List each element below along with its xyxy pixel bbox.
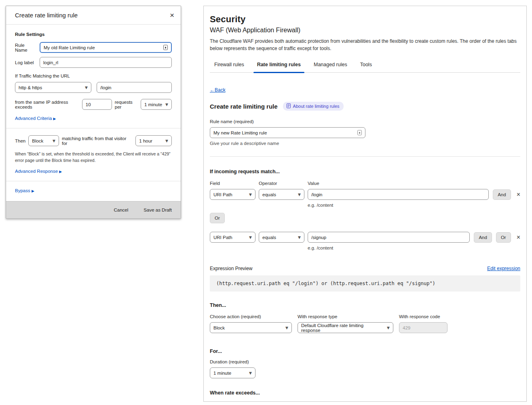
back-link[interactable]: ←Back <box>210 87 226 93</box>
field-select[interactable]: URI Path ▼ <box>210 189 255 200</box>
period-select[interactable]: 1 minute ▼ <box>141 99 172 110</box>
response-type-select[interactable]: Default Cloudflare rate limiting respons… <box>298 322 393 333</box>
cancel-button[interactable]: Cancel <box>114 208 129 212</box>
rule-name-input[interactable] <box>213 130 355 135</box>
action-row: Block ▼ Default Cloudflare rate limiting… <box>210 322 520 333</box>
rule-name-label: Rule Name <box>15 43 36 52</box>
chevron-right-icon: ▶ <box>53 117 56 121</box>
rule-name-row: Rule Name <box>15 42 172 53</box>
and-button[interactable]: And <box>493 189 511 200</box>
chevron-down-icon: ▼ <box>165 103 168 107</box>
chevron-down-icon: ▼ <box>285 326 288 330</box>
advanced-criteria-link[interactable]: Advanced Criteria ▶ <box>15 116 172 121</box>
or-row: Or <box>210 213 520 223</box>
then-prefix: Then <box>15 138 25 143</box>
divider <box>6 128 181 128</box>
field-select[interactable]: URI Path ▼ <box>210 232 255 243</box>
value-input-box <box>308 189 489 200</box>
action-select[interactable]: Block ▼ <box>28 135 59 146</box>
modal-title: Create rate limiting rule <box>15 12 78 19</box>
operator-select[interactable]: equals ▼ <box>259 189 304 200</box>
back-row: ←Back <box>210 86 520 93</box>
chevron-down-icon: ▼ <box>298 235 301 239</box>
field-label: Field <box>210 181 255 186</box>
advanced-response-link[interactable]: Advanced Response ▶ <box>15 169 172 174</box>
log-label-row: Log label <box>15 57 172 68</box>
action-labels: Choose action (required) With response t… <box>210 314 520 319</box>
modal-body: Rule Settings Rule Name Log label If Tra… <box>6 25 181 193</box>
create-rate-limiting-rule-modal: Create rate limiting rule × Rule Setting… <box>6 6 181 219</box>
requests-label: Requests (required) <box>210 401 251 402</box>
divider <box>6 181 181 181</box>
url-input[interactable] <box>100 85 168 90</box>
value-input[interactable] <box>311 235 466 240</box>
waf-tabs: Firewall rules Rate limiting rules Manag… <box>210 59 520 73</box>
log-label-input[interactable] <box>43 60 168 65</box>
rule-name-label: Rule name (required) <box>210 119 520 124</box>
block-note: When “Block” is set, when the threshold … <box>15 151 172 164</box>
security-waf-panel: Security WAF (Web Application Firewall) … <box>203 6 527 402</box>
or-button[interactable]: Or <box>496 232 511 243</box>
modal-header: Create rate limiting rule × <box>6 6 181 25</box>
response-code-label: With response code <box>399 314 440 319</box>
url-match-row: http & https ▼ <box>15 82 172 93</box>
value-hint: e.g. /content <box>308 246 520 250</box>
requests-input[interactable] <box>86 102 108 107</box>
then-row: Then Block ▼ matching traffic from that … <box>15 135 172 146</box>
rule-name-input-box <box>40 42 172 53</box>
remove-condition-icon[interactable]: × <box>517 234 520 241</box>
value-input[interactable] <box>311 192 485 197</box>
edit-expression-link[interactable]: Edit expression <box>487 266 520 271</box>
scheme-select[interactable]: http & https ▼ <box>15 82 91 93</box>
rate-section-title: When rate exceeds... <box>210 390 520 396</box>
save-as-draft-button[interactable]: Save as Draft <box>144 208 172 212</box>
operator-label: Operator <box>259 181 304 186</box>
form-title: Create rate limiting rule <box>210 103 278 110</box>
threshold-prefix: from the same IP address exceeds <box>15 100 79 109</box>
response-code-input <box>403 325 444 330</box>
log-label-label: Log label <box>15 60 36 65</box>
log-label-input-box <box>40 57 172 68</box>
form-title-row: Create rate limiting rule About rate lim… <box>210 102 520 111</box>
value-hint: e.g. /content <box>308 203 520 208</box>
response-type-label: With response type <box>298 314 393 319</box>
condition-row: URI Path ▼ equals ▼ And × <box>210 189 520 200</box>
choose-action-select[interactable]: Block ▼ <box>210 322 292 333</box>
tab-tools[interactable]: Tools <box>360 59 372 72</box>
threshold-middle: requests per <box>115 100 138 109</box>
rate-labels: Requests (required) Period (required) <box>210 401 520 402</box>
match-section-title: If incoming requests match... <box>210 169 520 174</box>
tab-firewall-rules[interactable]: Firewall rules <box>214 59 245 72</box>
chevron-down-icon: ▼ <box>387 326 390 330</box>
chevron-right-icon: ▶ <box>32 189 34 193</box>
bypass-link[interactable]: Bypass ▶ <box>15 188 172 193</box>
close-icon[interactable]: × <box>170 11 174 19</box>
autofill-icon[interactable] <box>357 130 362 135</box>
or-button[interactable]: Or <box>210 213 225 223</box>
duration-select[interactable]: 1 minute ▼ <box>210 367 255 378</box>
condition-row: URI Path ▼ equals ▼ And Or × <box>210 232 520 243</box>
requests-input-box <box>82 99 112 110</box>
rule-name-input[interactable] <box>44 45 161 50</box>
tab-rate-limiting-rules[interactable]: Rate limiting rules <box>257 59 301 72</box>
chevron-down-icon: ▼ <box>53 139 55 143</box>
and-button[interactable]: And <box>474 232 492 243</box>
chevron-down-icon: ▼ <box>85 86 88 90</box>
chevron-down-icon: ▼ <box>249 235 252 239</box>
about-rate-limiting-badge[interactable]: About rate limiting rules <box>283 102 344 111</box>
tab-managed-rules[interactable]: Managed rules <box>313 59 348 72</box>
block-duration-select[interactable]: 1 hour ▼ <box>135 135 172 146</box>
left-arrow-icon: ← <box>210 87 215 93</box>
duration-label: Duration (required) <box>210 359 520 364</box>
then-section-title: Then... <box>210 302 520 308</box>
expression-preview-row: Expression Preview Edit expression <box>210 266 520 271</box>
rule-name-helper: Give your rule a descriptive name <box>210 141 520 146</box>
chevron-down-icon: ▼ <box>249 371 252 375</box>
operator-select[interactable]: equals ▼ <box>259 232 304 243</box>
autofill-icon[interactable] <box>163 45 168 50</box>
threshold-row: from the same IP address exceeds request… <box>15 99 172 110</box>
expression-preview-label: Expression Preview <box>210 266 252 271</box>
remove-condition-icon[interactable]: × <box>517 191 520 198</box>
rule-name-input-box <box>210 127 365 138</box>
page-description: The Cloudflare WAF provides both automat… <box>210 38 520 52</box>
